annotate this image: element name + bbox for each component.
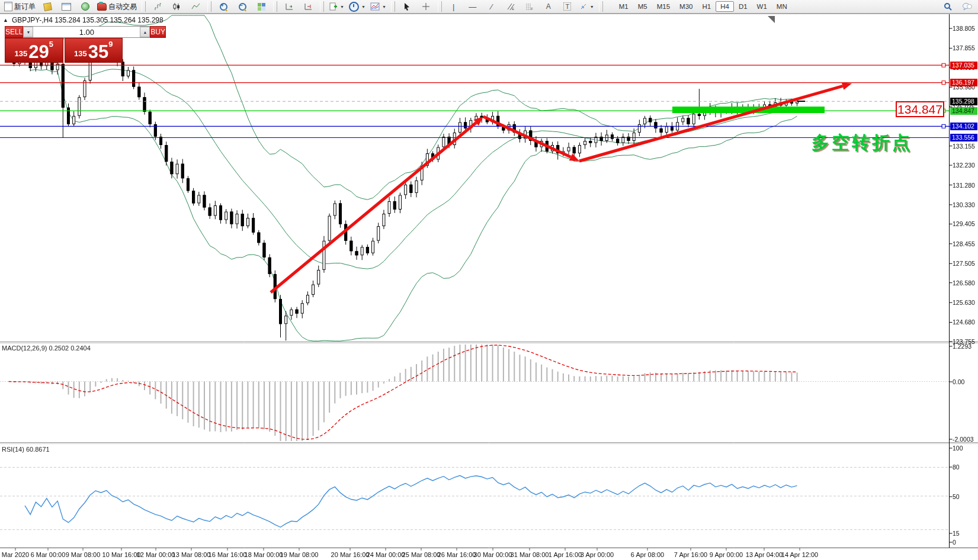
price-axis-tick: 130.330	[953, 201, 978, 208]
rsi-axis-tick: 100	[953, 445, 978, 452]
toolbar-separator	[273, 1, 277, 12]
autotrade-icon	[97, 3, 107, 11]
vertical-line-icon: |	[453, 2, 454, 11]
volume-increase-button[interactable]: ▲	[140, 27, 150, 37]
sticky-note-button[interactable]	[39, 1, 56, 12]
timeframe-W1[interactable]: W1	[752, 1, 772, 12]
price-tag: 136.197	[950, 79, 977, 86]
zoom-in-icon: +	[220, 3, 227, 11]
macd-axis-tick: 0.00	[953, 378, 978, 385]
timeframe-group: M1M5M15M30H1H4D1W1MN	[614, 1, 792, 12]
volume-spinner: ▼ ▲	[23, 26, 150, 38]
timeframe-M30[interactable]: M30	[675, 1, 697, 12]
horizontal-line-icon: —	[469, 2, 476, 11]
zoom-in-button[interactable]: +	[214, 1, 232, 12]
time-axis-label: 18 Mar 00:00	[245, 551, 283, 558]
cursor-button[interactable]	[398, 1, 416, 12]
auto-scroll-button[interactable]	[280, 1, 298, 12]
toolbar-separator	[599, 1, 603, 12]
price-callout-label[interactable]: 134.847	[896, 101, 944, 117]
macd-label: MACD(12,26,9) 0.2502 0.2404	[2, 345, 91, 352]
candlestick-chart-button[interactable]	[168, 1, 185, 12]
price-tag: 137.035	[950, 62, 977, 69]
broadcast-button[interactable]	[76, 1, 94, 12]
caret-down-icon: ▼	[340, 5, 344, 9]
sell-price-panel[interactable]: 135 29 5	[5, 38, 63, 63]
templates-button[interactable]: ▼	[327, 1, 346, 12]
indicators-button[interactable]: ▼	[368, 1, 388, 12]
period-button[interactable]: ▼	[347, 1, 367, 12]
toolbar-separator	[438, 1, 442, 12]
sell-button[interactable]: SELL	[5, 26, 23, 38]
toolbar-separator	[391, 1, 395, 12]
arrows-icon	[579, 2, 588, 11]
rsi-axis-tick: 15	[953, 530, 978, 537]
market-watch-button[interactable]	[57, 1, 75, 12]
volume-decrease-button[interactable]: ▼	[23, 27, 33, 37]
tile-windows-button[interactable]	[252, 1, 270, 12]
price-axis-tick: 128.455	[953, 240, 978, 247]
toolbar-separator	[320, 1, 324, 12]
time-axis-label: 9 Apr 00:00	[710, 551, 743, 558]
arrows-button[interactable]: ▼	[578, 1, 596, 12]
fibonacci-button[interactable]: F	[521, 1, 538, 12]
buy-price-sup: 9	[108, 40, 113, 49]
price-axis-tick: 138.805	[953, 25, 978, 32]
indicators-icon	[370, 2, 380, 11]
timeframe-M15[interactable]: M15	[652, 1, 675, 12]
timeframe-H4[interactable]: H4	[716, 1, 734, 12]
channel-button[interactable]: E	[502, 1, 520, 12]
rsi-axis-tick: 80	[953, 464, 978, 471]
time-axis-label: 7 Apr 16:00	[674, 551, 707, 558]
trendline-icon: ∕	[491, 2, 492, 11]
time-axis-label: 10 Mar 16:00	[102, 551, 141, 558]
rsi-axis-tick: 50	[953, 493, 978, 500]
autotrade-button[interactable]: 自动交易	[95, 1, 139, 12]
text-label-button[interactable]: T	[559, 1, 576, 12]
svg-text:E: E	[512, 7, 514, 11]
text-button[interactable]: A	[540, 1, 557, 12]
timeframe-D1[interactable]: D1	[734, 1, 752, 12]
price-axis-tick: 133.155	[953, 143, 978, 150]
collapse-icon[interactable]: ▲	[3, 17, 8, 23]
price-tag: 133.556	[950, 134, 977, 141]
chart-shift-button[interactable]	[299, 1, 317, 12]
autotrade-label: 自动交易	[108, 2, 137, 12]
buy-button[interactable]: BUY	[150, 26, 166, 38]
auto-scroll-icon	[285, 2, 294, 11]
text-label-icon: T	[563, 2, 571, 11]
crosshair-button[interactable]	[417, 1, 435, 12]
chart-canvas[interactable]	[0, 0, 978, 560]
caret-down-icon: ▼	[382, 5, 386, 9]
caret-down-icon: ▼	[361, 5, 365, 9]
trendline-button[interactable]: ∕	[483, 1, 501, 12]
volume-input[interactable]	[33, 27, 140, 37]
template-icon	[329, 2, 338, 11]
timeframe-M1[interactable]: M1	[614, 1, 633, 12]
horizontal-line-button[interactable]: —	[464, 1, 482, 12]
fibonacci-icon: F	[525, 2, 534, 11]
line-chart-button[interactable]	[187, 1, 204, 12]
zoom-out-button[interactable]: −	[233, 1, 251, 12]
timeframe-MN[interactable]: MN	[772, 1, 792, 12]
rsi-label: RSI(14) 60.8671	[2, 446, 50, 453]
new-order-label: 新订单	[14, 2, 36, 12]
search-button[interactable]	[939, 1, 957, 12]
bar-chart-icon	[153, 2, 162, 11]
time-axis-label: 24 Mar 00:00	[367, 551, 405, 558]
turning-point-annotation[interactable]: 多空转折点	[812, 131, 912, 155]
timeframe-H1[interactable]: H1	[697, 1, 716, 12]
buy-price-panel[interactable]: 135 35 9	[65, 38, 123, 63]
svg-text:F: F	[531, 7, 533, 11]
buy-price-prefix: 135	[74, 49, 87, 58]
chat-button[interactable]	[958, 1, 976, 12]
bar-chart-button[interactable]	[149, 1, 166, 12]
timeframe-M5[interactable]: M5	[633, 1, 652, 12]
new-order-icon	[4, 2, 12, 11]
broadcast-icon	[81, 2, 89, 11]
sell-price-sup: 5	[49, 40, 53, 49]
caret-down-icon: ▼	[590, 5, 594, 9]
new-order-button[interactable]: 新订单	[2, 1, 37, 12]
time-axis-label: 13 Apr 04:00	[746, 551, 783, 558]
vertical-line-button[interactable]: |	[445, 1, 463, 12]
